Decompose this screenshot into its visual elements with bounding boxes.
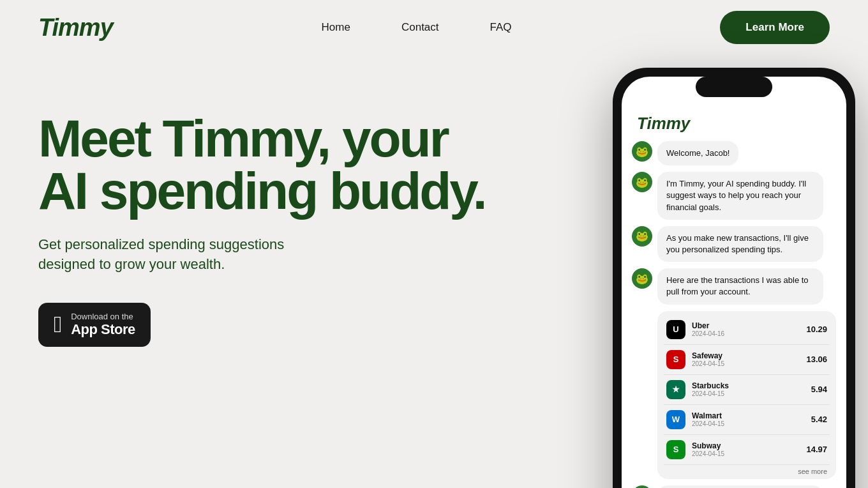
starbucks-logo: ★ — [666, 380, 685, 399]
avatar-2: 🐸 — [632, 172, 652, 192]
learn-more-button[interactable]: Learn More — [720, 11, 830, 44]
txn-date-subway: 2024-04-15 — [692, 450, 800, 457]
txn-name-uber: Uber — [692, 321, 800, 330]
hero-content: Meet Timmy, your AI spending buddy. Get … — [38, 87, 536, 347]
txn-name-subway: Subway — [692, 441, 800, 450]
phone-screen: Timmy 🐸 Welcome, Jacob! 🐸 I'm Timmy, you… — [622, 77, 846, 488]
bubble-3: As you make new transactions, I'll give … — [657, 226, 823, 262]
chat-message-3: 🐸 As you make new transactions, I'll giv… — [632, 226, 836, 262]
nav-home[interactable]: Home — [322, 21, 350, 33]
txn-date-starbucks: 2024-04-15 — [692, 390, 805, 397]
table-row: ★ Starbucks 2024-04-15 5.94 — [664, 375, 830, 405]
chat-area: 🐸 Welcome, Jacob! 🐸 I'm Timmy, your AI s… — [632, 141, 836, 488]
avatar-4: 🐸 — [632, 268, 652, 289]
avatar-1: 🐸 — [632, 141, 652, 162]
bubble-5: Besides suggestions, I generate budgets.… — [657, 485, 823, 489]
txn-amount-safeway: 13.06 — [806, 355, 827, 364]
txn-name-starbucks: Starbucks — [692, 381, 805, 390]
store-name: App Store — [71, 321, 135, 338]
walmart-logo: W — [666, 410, 685, 429]
app-store-button[interactable]:  Download on the App Store — [38, 303, 151, 347]
avatar-5: 🐸 — [632, 485, 652, 489]
see-more-link[interactable]: see more — [664, 465, 830, 475]
hero-subtitle: Get personalized spending suggestions de… — [38, 235, 383, 275]
download-label: Download on the — [71, 312, 135, 321]
bubble-4: Here are the transactions I was able to … — [657, 268, 823, 304]
txn-amount-starbucks: 5.94 — [811, 385, 827, 394]
txn-date-safeway: 2024-04-15 — [692, 360, 800, 367]
table-row: U Uber 2024-04-16 10.29 — [664, 315, 830, 345]
txn-amount-subway: 14.97 — [806, 445, 827, 454]
hero-title: Meet Timmy, your AI spending buddy. — [38, 112, 536, 217]
chat-message-1: 🐸 Welcome, Jacob! — [632, 141, 836, 165]
apple-icon:  — [54, 313, 62, 336]
bubble-1: Welcome, Jacob! — [657, 141, 738, 165]
table-row: S Safeway 2024-04-15 13.06 — [664, 345, 830, 375]
logo[interactable]: Timmy — [38, 14, 113, 42]
txn-name-walmart: Walmart — [692, 411, 805, 420]
avatar-3: 🐸 — [632, 226, 652, 247]
app-title: Timmy — [632, 109, 836, 141]
transaction-card: U Uber 2024-04-16 10.29 S Safeway 202 — [657, 311, 836, 479]
txn-amount-walmart: 5.42 — [811, 415, 827, 424]
chat-message-2: 🐸 I'm Timmy, your AI spending buddy. I'l… — [632, 172, 836, 220]
chat-message-4: 🐸 Here are the transactions I was able t… — [632, 268, 836, 304]
safeway-logo: S — [666, 350, 685, 369]
nav-contact[interactable]: Contact — [401, 21, 439, 33]
phone-mockup: Timmy 🐸 Welcome, Jacob! 🐸 I'm Timmy, you… — [613, 68, 855, 488]
bubble-2: I'm Timmy, your AI spending buddy. I'll … — [657, 172, 823, 220]
nav-faq[interactable]: FAQ — [490, 21, 512, 33]
txn-amount-uber: 10.29 — [806, 324, 827, 334]
txn-date-walmart: 2024-04-15 — [692, 420, 805, 427]
table-row: W Walmart 2024-04-15 5.42 — [664, 405, 830, 435]
navigation: Timmy Home Contact FAQ Learn More — [0, 0, 868, 55]
hero-section: Meet Timmy, your AI spending buddy. Get … — [0, 55, 868, 488]
chat-message-5: 🐸 Besides suggestions, I generate budget… — [632, 485, 836, 489]
subway-logo: S — [666, 440, 685, 459]
nav-links: Home Contact FAQ — [322, 21, 512, 34]
txn-name-safeway: Safeway — [692, 351, 800, 360]
txn-date-uber: 2024-04-16 — [692, 330, 800, 337]
phone-notch — [696, 77, 772, 97]
table-row: S Subway 2024-04-15 14.97 — [664, 435, 830, 465]
uber-logo: U — [666, 320, 685, 339]
